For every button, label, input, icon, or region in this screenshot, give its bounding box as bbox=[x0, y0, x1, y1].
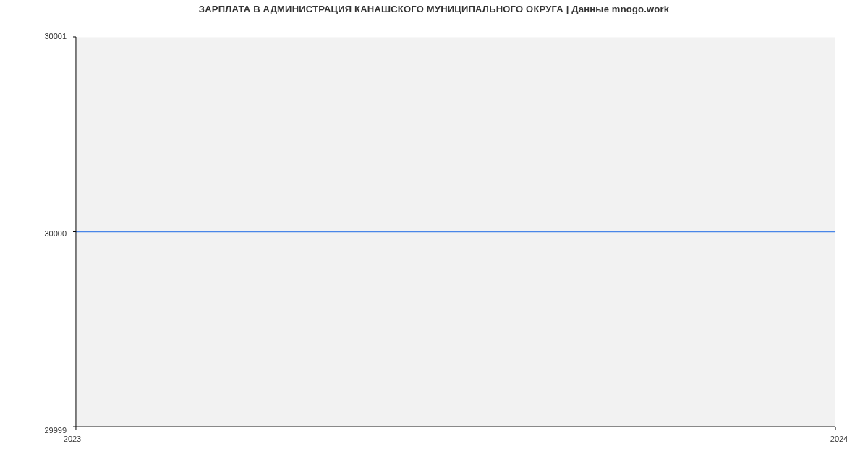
chart-svg bbox=[72, 36, 839, 430]
chart-title: ЗАРПЛАТА В АДМИНИСТРАЦИЯ КАНАШСКОГО МУНИ… bbox=[0, 0, 868, 14]
x-tick-label: 2024 bbox=[830, 435, 848, 443]
y-tick-label: 29999 bbox=[44, 426, 67, 435]
y-tick-label: 30000 bbox=[44, 229, 67, 238]
x-tick-label: 2023 bbox=[64, 435, 81, 443]
chart-plot-area: 299993000030001 20232024 bbox=[72, 36, 839, 430]
y-tick-label: 30001 bbox=[44, 32, 67, 40]
